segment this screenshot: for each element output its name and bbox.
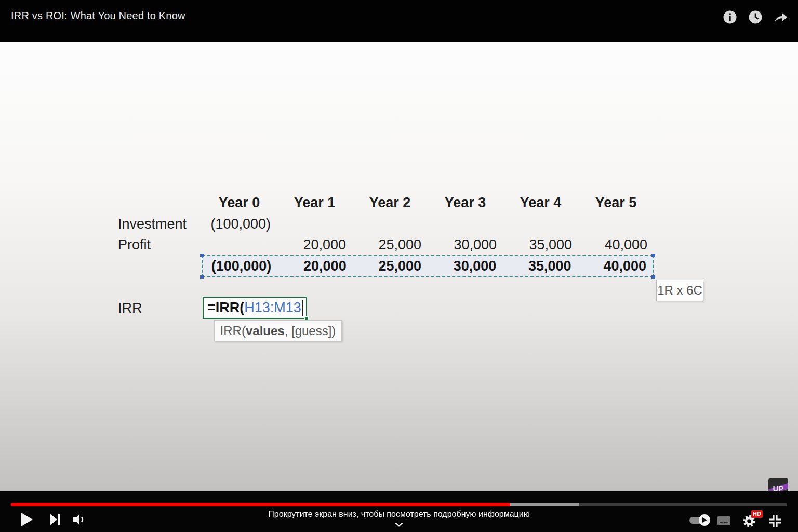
column-header: Year 0 (202, 195, 277, 211)
table-header-row: Year 0 Year 1 Year 2 Year 3 Year 4 Year … (118, 192, 654, 214)
top-actions (721, 8, 790, 26)
player-control-bar: 3:04 / 4:47 Прокрутите экран вниз, чтобы… (0, 491, 798, 532)
cell: 20,000 (277, 258, 352, 274)
table-row-investment: Investment (100,000) (118, 214, 654, 234)
selected-range-row: (100,000) 20,000 25,000 30,000 35,000 40… (202, 255, 654, 277)
hint-text: IRR( (220, 324, 246, 338)
cell: (100,000) (203, 258, 277, 274)
scroll-hint: Прокрутите экран вниз, чтобы посмотреть … (0, 510, 798, 529)
column-header: Year 4 (503, 195, 578, 211)
settings-button[interactable]: HD (742, 514, 756, 528)
watch-later-icon (748, 10, 763, 24)
info-button[interactable] (721, 8, 739, 26)
formula-autocomplete-tooltip: IRR(values, [guess]) (214, 320, 342, 341)
selection-handle (651, 275, 655, 279)
progress-bar[interactable] (11, 503, 787, 506)
info-icon (723, 10, 737, 24)
subtitles-icon (717, 516, 730, 525)
selection-size-badge: 1R x 6C (656, 280, 703, 301)
chevron-down-icon[interactable] (395, 520, 403, 529)
subtitles-button[interactable] (717, 516, 731, 526)
cell: 40,000 (578, 237, 654, 253)
cell: 40,000 (578, 258, 653, 274)
hint-argument: values (246, 324, 285, 338)
row-label-irr: IRR (118, 300, 142, 316)
active-formula-cell: =IRR(H13:M13 (203, 297, 307, 319)
column-header: Year 2 (352, 195, 428, 211)
column-header: Year 3 (428, 195, 503, 211)
fullscreen-exit-icon (768, 514, 782, 528)
cell: 35,000 (502, 258, 577, 274)
progress-played (11, 503, 510, 506)
column-header: Year 1 (277, 195, 352, 211)
spreadsheet-table: Year 0 Year 1 Year 2 Year 3 Year 4 Year … (118, 192, 654, 255)
video-frame[interactable]: Year 0 Year 1 Year 2 Year 3 Year 4 Year … (0, 42, 798, 491)
column-header: Year 5 (578, 195, 654, 211)
cell: 25,000 (352, 237, 428, 253)
cell: 35,000 (503, 237, 578, 253)
volume-icon (73, 513, 87, 526)
autoplay-knob-icon (699, 514, 710, 526)
next-icon (50, 514, 60, 525)
share-button[interactable] (772, 8, 790, 26)
selection-handle (200, 254, 204, 257)
formula-range-reference: H13:M13 (244, 300, 301, 316)
next-button[interactable] (49, 514, 61, 525)
hd-quality-badge: HD (751, 510, 763, 518)
watch-later-button[interactable] (747, 8, 764, 26)
play-icon (21, 513, 33, 526)
cell: (100,000) (202, 216, 277, 232)
row-label: Investment (118, 216, 202, 232)
video-title: IRR vs ROI: What You Need to Know (11, 10, 185, 22)
cell: 25,000 (353, 258, 428, 274)
cell: 20,000 (277, 237, 352, 253)
scroll-hint-text: Прокрутите экран вниз, чтобы посмотреть … (0, 510, 798, 519)
row-label: Profit (118, 237, 202, 253)
table-row-profit: Profit 20,000 25,000 30,000 35,000 40,00… (118, 234, 654, 255)
cell: 30,000 (428, 237, 503, 253)
mute-button[interactable] (73, 513, 87, 526)
player-top-bar: IRR vs ROI: What You Need to Know (0, 0, 798, 42)
text-cursor (302, 300, 303, 316)
selection-handle (200, 275, 204, 279)
share-icon (773, 10, 789, 24)
cell: 30,000 (428, 258, 502, 274)
autoplay-toggle[interactable] (689, 517, 709, 524)
play-button[interactable] (20, 512, 34, 527)
formula-text: =IRR( (207, 300, 244, 316)
fullscreen-exit-button[interactable] (767, 513, 783, 529)
hint-text: , [guess]) (285, 324, 336, 338)
selection-handle (651, 254, 655, 257)
